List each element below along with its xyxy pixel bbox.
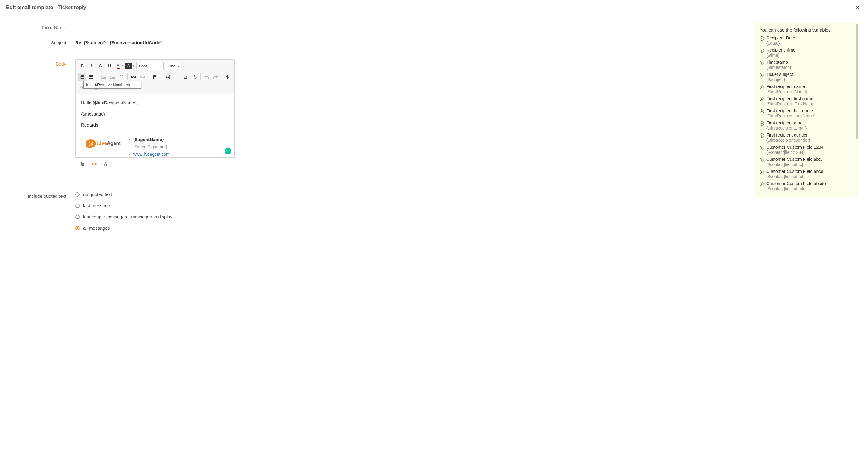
bg-color-button[interactable]: A [125,63,132,69]
variable-item[interactable]: +Customer Custom Field 1234{$contact|fie… [760,145,859,155]
underline-button[interactable]: U [105,62,114,70]
italic-button[interactable]: I [87,62,96,70]
svg-rect-13 [103,76,106,76]
text-mode-button[interactable]: A [104,161,107,167]
separator [97,73,97,80]
variable-label: Customer Custom Field abcde [766,181,826,186]
blockquote-button[interactable]: ” [117,72,126,81]
bold-button[interactable]: B [78,62,87,70]
flag-button[interactable] [151,72,159,81]
svg-point-22 [166,75,167,76]
numbered-list-button[interactable]: 123 [78,72,87,81]
variable-code: {$subject} [766,77,793,82]
image-icon [165,75,169,79]
undo-button[interactable] [202,72,211,81]
radio-last-message[interactable]: last message [75,203,188,208]
image-button[interactable] [163,72,172,81]
plus-icon: + [760,109,764,114]
tooltip: Insert/Remove Numbered List [84,81,142,89]
bullet-list-icon [89,74,93,79]
variable-item[interactable]: +Customer Custom Field abc.{$contact|fie… [760,157,859,167]
special-char-button[interactable]: Ω [181,72,189,81]
flag-icon [153,74,157,79]
variable-item[interactable]: +First recipient name{$firstRecipientNam… [760,84,859,94]
indent-button[interactable] [108,72,117,81]
separator [200,73,200,80]
sig-link[interactable]: www.liveagent.com [133,152,169,157]
attach-button[interactable] [81,162,85,166]
plus-icon: + [760,133,764,138]
messages-count-input[interactable] [176,215,188,219]
variable-label: First recipient first name [766,96,816,101]
plus-icon: + [760,36,764,41]
variable-item[interactable]: +Ticket subject{$subject} [760,72,859,82]
redo-button[interactable] [211,72,220,81]
dialog-title: Edit email template - Ticket reply [6,5,86,11]
svg-rect-15 [101,78,106,79]
svg-rect-23 [174,75,179,75]
html-mode-button[interactable]: <> [91,161,97,167]
variable-item[interactable]: +First recipient email{$firstRecipientEm… [760,120,859,130]
undo-icon [204,75,209,79]
variable-item[interactable]: +First recipient last name{$firstRecipie… [760,108,859,118]
variable-item[interactable]: +First recipient first name{$firstRecipi… [760,96,859,106]
variable-item[interactable]: +Customer Custom Field abcd{$contact|fie… [760,169,859,179]
separator [149,73,149,80]
radio-last-couple[interactable]: last couple messages messages to display [75,214,188,219]
svg-rect-9 [90,76,93,77]
hr-button[interactable] [172,72,181,81]
variable-label: Ticket subject [766,72,793,77]
radio-all-messages[interactable]: all messages [75,225,188,230]
variable-item[interactable]: +Recipient Date{$date} [760,35,859,45]
mic-button[interactable] [224,72,232,81]
outdent-icon [101,74,106,79]
plus-icon: + [760,170,764,174]
plus-icon: + [760,73,764,77]
separator [127,73,128,80]
variable-item[interactable]: +Timestamp{$timestamp} [760,60,859,70]
strike-button[interactable]: S [96,62,105,70]
variables-title: You can use the following variables [760,27,859,32]
separator [161,73,161,80]
plus-icon: + [760,49,764,53]
unlink-button[interactable] [138,72,147,81]
redo-icon [213,75,218,79]
variable-code: {$firstRecipientGender} [766,138,810,143]
variable-item[interactable]: +First recipient gender{$firstRecipientG… [760,132,859,143]
sig-agent-name: {$agentName} [129,136,208,143]
quoted-text-row: Include quoted text no quoted text last … [0,192,868,230]
scrollbar[interactable] [857,24,858,139]
link-button[interactable] [130,72,138,81]
variable-item[interactable]: +Customer Custom Field abcde{$contact|fi… [760,181,859,191]
close-button[interactable] [853,4,862,11]
plus-icon: + [760,85,764,89]
variable-item[interactable]: +Recipient Time{$time} [760,48,859,58]
sig-agent-signature: {$agentSignature} [129,144,208,150]
svg-point-29 [82,87,83,88]
editor-content[interactable]: Hello {$firstRecipientName}, {$message} … [75,94,235,158]
bg-color-caret[interactable]: ▾ [132,64,135,67]
outdent-button[interactable] [99,72,108,81]
variable-label: First recipient last name [766,108,815,113]
remove-format-button[interactable]: I✕ [190,72,198,81]
variable-code: {$contact|field:1234} [766,150,824,155]
body-regards: Regards, [81,122,229,129]
variable-label: First recipient email [766,120,807,125]
svg-rect-1 [81,75,84,75]
quoted-text-label: Include quoted text [0,192,75,199]
svg-rect-17 [112,76,115,76]
svg-rect-14 [103,77,106,77]
font-select[interactable]: Font [136,62,163,70]
paperclip-icon [81,162,85,166]
size-select[interactable]: Size [165,62,182,70]
grammarly-badge[interactable]: G [225,148,231,154]
plus-icon: + [760,61,764,65]
from-name-input[interactable] [75,23,235,32]
text-color-button[interactable]: A [115,62,122,70]
svg-rect-27 [227,74,228,77]
variable-label: Customer Custom Field 1234 [766,145,824,150]
radio-no-quoted[interactable]: no quoted text [75,192,188,197]
text-color-caret[interactable]: ▾ [121,64,124,67]
subject-input[interactable] [75,38,235,47]
bullet-list-button[interactable] [87,72,96,81]
